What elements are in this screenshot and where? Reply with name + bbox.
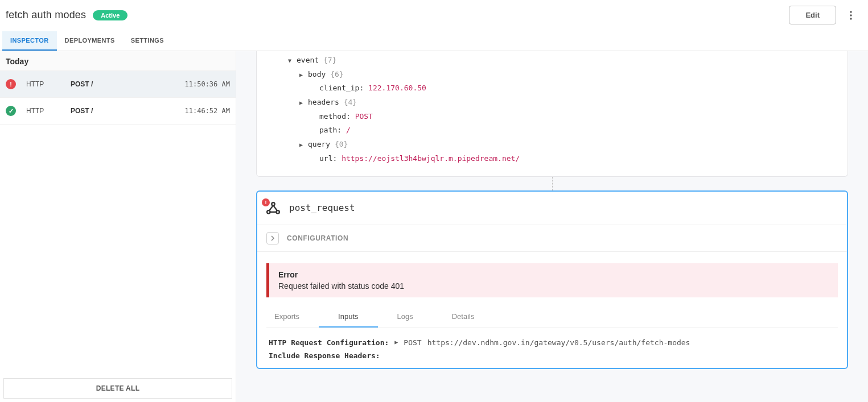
step-header: ! post_request bbox=[257, 192, 847, 225]
svg-point-0 bbox=[850, 11, 851, 13]
event-time: 11:50:36 AM bbox=[185, 80, 230, 88]
subtab-exports[interactable]: Exports bbox=[266, 306, 319, 328]
input-row-http-config[interactable]: HTTP Request Configuration: ▶ POST https… bbox=[269, 336, 838, 349]
topbar: fetch auth modes Active Edit bbox=[0, 0, 868, 31]
tree-row-query[interactable]: ▶ query {0} bbox=[257, 138, 848, 152]
event-row[interactable]: ! HTTP POST / 11:50:36 AM bbox=[0, 71, 236, 98]
error-message: Request failed with status code 401 bbox=[278, 281, 829, 291]
kebab-menu-button[interactable] bbox=[844, 8, 858, 23]
topbar-left: fetch auth modes Active bbox=[6, 9, 127, 21]
input-row-include-headers[interactable]: Include Response Headers: bbox=[269, 349, 838, 362]
event-row[interactable]: ✓ HTTP POST / 11:46:52 AM bbox=[0, 98, 236, 125]
tree-row-path[interactable]: path: / bbox=[257, 123, 848, 138]
status-badge: Active bbox=[93, 10, 127, 20]
date-heading: Today bbox=[0, 51, 236, 71]
step-subtabs: Exports Inputs Logs Details bbox=[266, 306, 838, 328]
event-method-path: POST / bbox=[71, 107, 175, 115]
twisty-closed-icon[interactable]: ▶ bbox=[298, 139, 305, 150]
event-tree: ▼ event {7} ▶ body {6} client_ip: 122.17… bbox=[257, 53, 848, 166]
event-proto: HTTP bbox=[26, 80, 60, 88]
event-time: 11:46:52 AM bbox=[185, 107, 230, 115]
twisty-closed-icon[interactable]: ▶ bbox=[298, 69, 305, 80]
event-list: Today ! HTTP POST / 11:50:36 AM ✓ HTTP P… bbox=[0, 51, 236, 402]
event-detail: ▼ event {7} ▶ body {6} client_ip: 122.17… bbox=[236, 51, 868, 402]
error-title: Error bbox=[278, 270, 829, 279]
body: Today ! HTTP POST / 11:50:36 AM ✓ HTTP P… bbox=[0, 51, 868, 402]
tree-row-event[interactable]: ▼ event {7} bbox=[257, 53, 848, 68]
webhook-icon bbox=[265, 201, 281, 217]
workflow-title: fetch auth modes bbox=[6, 9, 86, 21]
tree-row-method[interactable]: method: POST bbox=[257, 110, 848, 124]
twisty-open-icon[interactable]: ▼ bbox=[286, 55, 293, 66]
tree-row-url[interactable]: url: https://eojstl3h4bwjqlr.m.pipedream… bbox=[257, 152, 848, 166]
connector bbox=[256, 177, 848, 190]
expand-configuration-button[interactable] bbox=[266, 232, 279, 244]
topbar-right: Edit bbox=[789, 6, 858, 24]
event-method-path: POST / bbox=[71, 80, 175, 88]
configuration-row[interactable]: CONFIGURATION bbox=[257, 225, 847, 252]
configuration-label: CONFIGURATION bbox=[287, 234, 348, 242]
delete-all-button[interactable]: DELETE ALL bbox=[3, 378, 232, 399]
tab-inspector[interactable]: INSPECTOR bbox=[2, 31, 57, 51]
twisty-closed-icon[interactable]: ▶ bbox=[298, 97, 305, 108]
status-success-icon: ✓ bbox=[6, 106, 16, 116]
subtab-details[interactable]: Details bbox=[433, 306, 494, 328]
tree-row-clientip[interactable]: client_ip: 122.170.60.50 bbox=[257, 81, 848, 96]
inputs-panel: HTTP Request Configuration: ▶ POST https… bbox=[266, 336, 838, 363]
step-card: ! post_request bbox=[256, 190, 848, 370]
subtab-logs[interactable]: Logs bbox=[378, 306, 433, 328]
twisty-closed-icon[interactable]: ▶ bbox=[394, 337, 398, 347]
tree-row-headers[interactable]: ▶ headers {4} bbox=[257, 96, 848, 110]
step-title: post_request bbox=[289, 202, 355, 213]
kebab-icon bbox=[846, 10, 855, 20]
svg-point-5 bbox=[271, 202, 274, 205]
event-proto: HTTP bbox=[26, 107, 60, 115]
tab-deployments[interactable]: DEPLOYMENTS bbox=[57, 31, 123, 51]
error-box: Error Request failed with status code 40… bbox=[266, 263, 838, 297]
event-tree-card: ▼ event {7} ▶ body {6} client_ip: 122.17… bbox=[256, 51, 848, 177]
svg-point-2 bbox=[850, 18, 851, 19]
tree-row-body[interactable]: ▶ body {6} bbox=[257, 68, 848, 82]
svg-point-1 bbox=[850, 14, 851, 16]
chevron-right-icon bbox=[270, 235, 275, 241]
tabstrip: INSPECTOR DEPLOYMENTS SETTINGS bbox=[0, 31, 868, 51]
tab-settings[interactable]: SETTINGS bbox=[123, 31, 172, 51]
edit-button[interactable]: Edit bbox=[789, 6, 836, 24]
status-error-icon: ! bbox=[6, 79, 16, 89]
subtab-inputs[interactable]: Inputs bbox=[319, 306, 377, 328]
